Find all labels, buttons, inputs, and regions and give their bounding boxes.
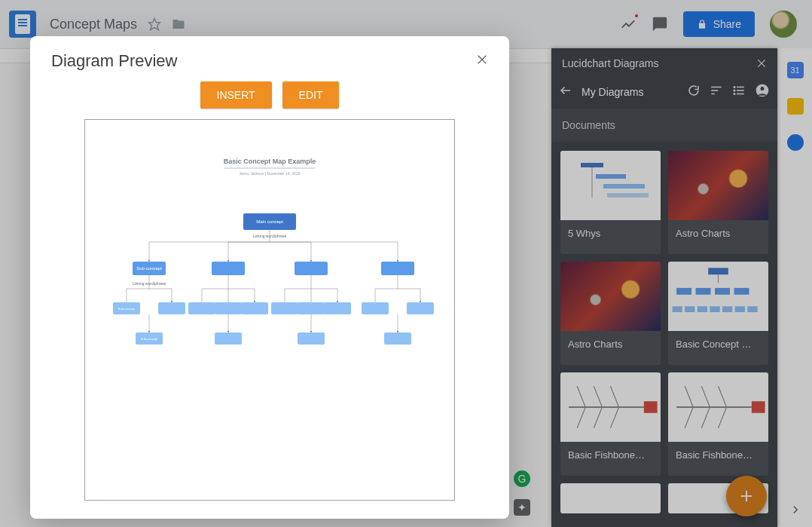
child-node [271, 302, 298, 314]
connector [127, 275, 172, 302]
subconcept-label: Sub-concept [136, 266, 162, 271]
connector [202, 275, 255, 302]
connector [270, 242, 311, 262]
close-modal-button[interactable] [476, 54, 488, 69]
connector [228, 242, 270, 262]
grandchild-node [298, 332, 325, 345]
edit-button[interactable]: EDIT [282, 81, 340, 109]
concept-map-diagram: Basic Concept Map Example Jenny Jackson … [96, 153, 443, 402]
chart-byline: Jenny Jackson | November 14, 2016 [239, 171, 300, 176]
insert-button[interactable]: INSERT [200, 81, 272, 109]
child-node [158, 302, 185, 314]
connector [270, 242, 398, 262]
chart-title: Basic Concept Map Example [224, 158, 316, 165]
child-node [241, 302, 268, 314]
child-label: Sub-concept [118, 307, 136, 311]
child-node [188, 302, 215, 314]
grandchild-label: Sub-concept [141, 337, 158, 341]
child-node [407, 302, 434, 314]
grandchild-node [215, 332, 242, 345]
diagram-preview-modal: Diagram Preview INSERT EDIT Basic Concep… [30, 36, 509, 519]
modal-title: Diagram Preview [51, 51, 178, 71]
child-node [298, 302, 325, 314]
connector [285, 275, 337, 302]
root-label: Main concept [256, 219, 283, 224]
subconcept-node [295, 262, 328, 275]
connector [375, 275, 420, 302]
grandchild-node [384, 332, 411, 345]
child-node [324, 302, 351, 314]
diagram-preview-area: Basic Concept Map Example Jenny Jackson … [84, 119, 455, 501]
subconcept-node [381, 262, 414, 275]
subconcept-node [212, 262, 245, 275]
child-node [215, 302, 242, 314]
child-node [362, 302, 389, 314]
connector [149, 230, 270, 262]
